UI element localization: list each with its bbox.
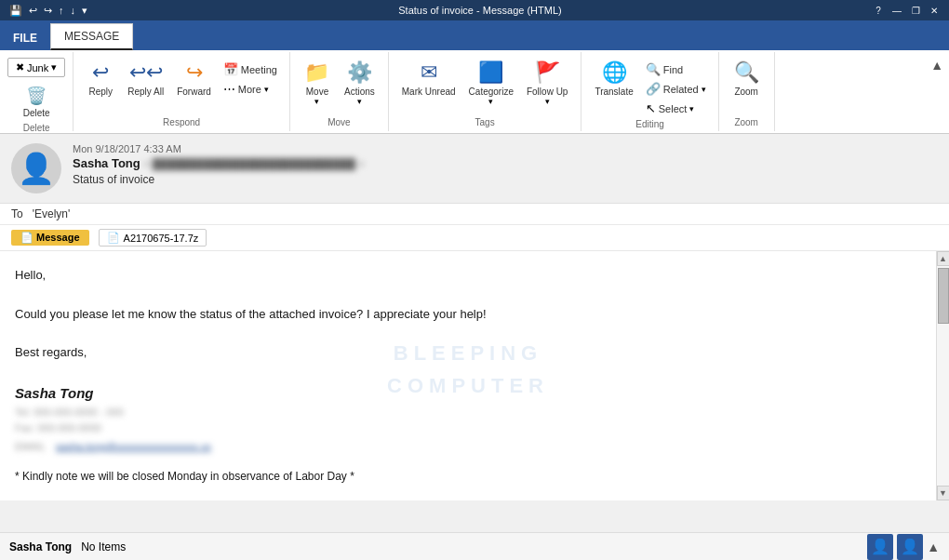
window-controls: ? — ❐ ✕	[871, 3, 942, 18]
attachment-zip-name: A2170675-17.7z	[124, 233, 199, 244]
quick-access-toolbar: 💾 ↩ ↪ ↑ ↓ ▾	[7, 5, 89, 17]
delete-group-label: Delete	[23, 121, 50, 133]
related-dropdown-icon: ▾	[702, 85, 706, 94]
ribbon-group-tags: ✉ Mark Unread 🟦 Categorize ▾ 🚩 Follow Up…	[389, 52, 582, 131]
scroll-track	[937, 266, 949, 486]
ribbon: ✖ Junk ▾ 🗑️ Delete Delete ↩ Reply ↩↩ Rep…	[0, 50, 949, 134]
email-body: BLEEPING COMPUTER Hello, Could you pleas…	[0, 251, 936, 500]
categorize-button[interactable]: 🟦 Categorize ▾	[463, 58, 519, 109]
reply-button[interactable]: ↩ Reply	[81, 58, 120, 100]
email-from: Sasha Tong < ███████████████████████████…	[73, 156, 938, 170]
ribbon-group-delete: ✖ Junk ▾ 🗑️ Delete Delete	[0, 52, 74, 131]
junk-button[interactable]: ✖ Junk ▾	[7, 58, 65, 77]
attachment-message-label: Message	[36, 232, 79, 243]
move-label: Move	[306, 87, 328, 97]
zoom-button[interactable]: 🔍 Zoom	[727, 58, 766, 100]
related-icon: 🔗	[646, 82, 661, 96]
contact-2-icon: 👤	[901, 538, 919, 555]
attachment-zip[interactable]: 📄 A2170675-17.7z	[99, 229, 207, 247]
email-scrollbar[interactable]: ▲ ▼	[936, 251, 949, 500]
down-button[interactable]: ↓	[69, 5, 78, 17]
editing-group-buttons: 🌐 Translate 🔍 Find 🔗 Related ▾ ↖ Select …	[589, 56, 710, 117]
close-button[interactable]: ✕	[927, 3, 942, 18]
restore-button[interactable]: ❐	[908, 3, 923, 18]
ribbon-collapse-button[interactable]: ▲	[929, 54, 945, 74]
followup-button[interactable]: 🚩 Follow Up ▾	[521, 58, 573, 109]
attachments-bar: 📄 Message 📄 A2170675-17.7z	[0, 225, 949, 251]
zoom-group-buttons: 🔍 Zoom	[727, 56, 766, 115]
reply-all-label: Reply All	[127, 87, 164, 97]
tab-file[interactable]: FILE	[0, 26, 50, 50]
help-button[interactable]: ?	[871, 3, 886, 18]
more-button[interactable]: ⋯ More ▾	[219, 80, 282, 98]
email-header: 👤 Mon 9/18/2017 4:33 AM Sasha Tong < ███…	[0, 134, 949, 204]
categorize-icon: 🟦	[478, 60, 503, 85]
save-button[interactable]: 💾	[7, 5, 24, 17]
forward-icon: ↪	[186, 60, 203, 85]
contact-avatar-1[interactable]: 👤	[867, 534, 893, 560]
forward-button[interactable]: ↪ Forward	[171, 58, 217, 100]
ribbon-group-respond: ↩ Reply ↩↩ Reply All ↪ Forward 📅 Meeting…	[74, 52, 290, 131]
ribbon-tabs: FILE MESSAGE	[0, 20, 949, 50]
attachment-message[interactable]: 📄 Message	[11, 230, 89, 246]
status-contacts: 👤 👤 ▲	[867, 534, 940, 560]
select-button[interactable]: ↖ Select ▾	[641, 100, 711, 117]
tags-group-buttons: ✉ Mark Unread 🟦 Categorize ▾ 🚩 Follow Up…	[396, 56, 574, 115]
title-left: 💾 ↩ ↪ ↑ ↓ ▾	[7, 5, 89, 17]
zoom-group-label: Zoom	[734, 115, 758, 127]
status-bar: Sasha Tong No Items 👤 👤 ▲	[0, 532, 949, 560]
translate-button[interactable]: 🌐 Translate	[589, 58, 638, 100]
move-group-buttons: 📁 Move ▾ ⚙️ Actions ▾	[298, 56, 381, 115]
move-button[interactable]: 📁 Move ▾	[298, 58, 337, 109]
scroll-down-arrow[interactable]: ▼	[937, 486, 950, 500]
move-icon: 📁	[304, 60, 329, 85]
delete-button[interactable]: 🗑️ Delete	[10, 83, 62, 121]
respond-group-buttons: ↩ Reply ↩↩ Reply All ↪ Forward 📅 Meeting…	[81, 56, 282, 115]
contact-avatar-2[interactable]: 👤	[897, 534, 923, 560]
undo-button[interactable]: ↩	[27, 5, 39, 17]
ribbon-group-editing: 🌐 Translate 🔍 Find 🔗 Related ▾ ↖ Select …	[581, 52, 718, 131]
editing-group-label: Editing	[635, 117, 664, 129]
attachment-zip-icon: 📄	[107, 232, 120, 244]
junk-icon: ✖	[16, 61, 24, 73]
minimize-button[interactable]: —	[889, 3, 904, 18]
body-greeting: Hello,	[15, 266, 921, 286]
to-label: To	[11, 207, 23, 220]
categorize-label: Categorize	[469, 87, 514, 97]
junk-dropdown-icon[interactable]: ▾	[51, 61, 57, 73]
actions-icon: ⚙️	[347, 60, 372, 85]
zoom-label: Zoom	[734, 87, 758, 97]
sig-phone: Tel: 000-000-0000 - 000	[15, 405, 921, 421]
more-quick-access[interactable]: ▾	[80, 5, 89, 17]
tab-message[interactable]: MESSAGE	[50, 23, 133, 50]
status-sender: Sasha Tong No Items	[9, 540, 126, 553]
move-group-label: Move	[327, 115, 350, 127]
junk-label: Junk	[27, 62, 48, 73]
actions-button[interactable]: ⚙️ Actions ▾	[339, 58, 381, 109]
reply-all-button[interactable]: ↩↩ Reply All	[122, 58, 169, 100]
find-icon: 🔍	[646, 62, 661, 76]
to-field: To 'Evelyn'	[0, 204, 949, 225]
related-button[interactable]: 🔗 Related ▾	[641, 80, 711, 98]
mark-unread-icon: ✉	[421, 60, 437, 85]
avatar-person-icon: 👤	[18, 151, 55, 186]
contact-1-icon: 👤	[871, 538, 889, 555]
mark-unread-button[interactable]: ✉ Mark Unread	[396, 58, 461, 100]
window-title: Status of invoice - Message (HTML)	[89, 5, 871, 16]
followup-icon: 🚩	[535, 60, 560, 85]
sig-fax: Fax: 000-000-0000	[15, 420, 921, 437]
scroll-thumb[interactable]	[938, 268, 949, 324]
meeting-button[interactable]: 📅 Meeting	[219, 60, 282, 78]
find-button[interactable]: 🔍 Find	[641, 60, 711, 78]
redo-button[interactable]: ↪	[42, 5, 54, 17]
status-collapse-icon[interactable]: ▲	[927, 540, 940, 554]
mark-unread-label: Mark Unread	[402, 87, 456, 97]
up-button[interactable]: ↑	[57, 5, 66, 17]
reply-all-icon: ↩↩	[129, 60, 163, 85]
body-closing: Best regards,	[15, 343, 921, 363]
ribbon-group-move: 📁 Move ▾ ⚙️ Actions ▾ Move	[290, 52, 389, 131]
select-dropdown-icon: ▾	[689, 104, 694, 113]
ribbon-group-zoom: 🔍 Zoom Zoom	[719, 52, 775, 131]
scroll-up-arrow[interactable]: ▲	[937, 251, 950, 266]
reply-icon: ↩	[92, 60, 109, 85]
